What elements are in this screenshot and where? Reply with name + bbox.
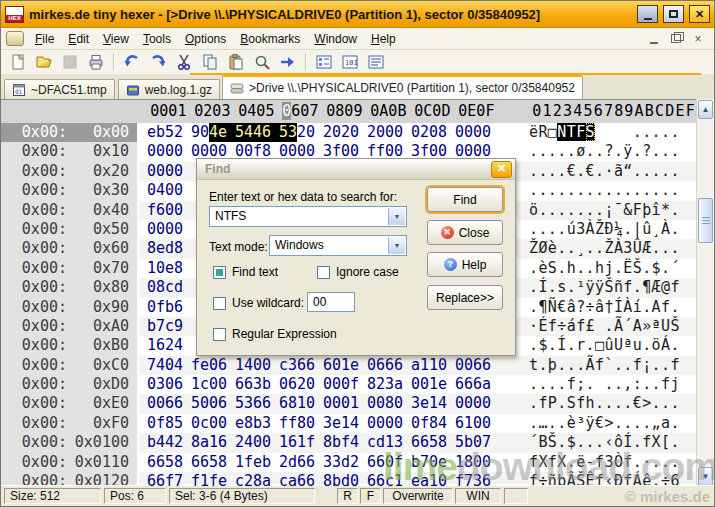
menu-item-options[interactable]: Options	[178, 30, 233, 48]
menu-item-edit[interactable]: Edit	[61, 30, 96, 48]
hex-group[interactable]: 0000	[147, 162, 184, 181]
hex-group[interactable]: 660f	[367, 453, 404, 472]
hex-group[interactable]: e8b3	[235, 414, 272, 433]
hex-group[interactable]: 0620	[279, 375, 316, 394]
hex-group[interactable]: 6658	[147, 453, 184, 472]
mdi-close-button[interactable]: ×	[690, 32, 706, 46]
ascii-text[interactable]: fXfX.ë-f3Òf.·...	[529, 453, 680, 472]
print-button[interactable]	[83, 51, 109, 73]
hex-group[interactable]: 5b07	[455, 433, 492, 452]
hex-group[interactable]: 2000	[367, 123, 404, 142]
menu-item-help[interactable]: Help	[364, 30, 403, 48]
hex-group[interactable]: 10e8	[147, 259, 184, 278]
goto-button[interactable]	[275, 51, 301, 73]
tab-2[interactable]: web.log.1.gz	[118, 79, 220, 99]
hex-row-0xE0[interactable]: 0x00:0xE00066500653666810000100803e14000…	[1, 394, 696, 413]
cut-button[interactable]	[171, 51, 197, 73]
hex-group[interactable]: 0000	[147, 220, 184, 239]
hex-group[interactable]: ea10	[411, 472, 448, 488]
hex-bytes[interactable]: 665866581feb2d6633d2660fb70e1800	[147, 453, 492, 472]
ascii-text[interactable]: ....f;. ..‚:..fj	[529, 375, 680, 394]
ascii-text[interactable]: .$.Í.r.□ûUªu.öÁ.	[529, 336, 680, 355]
text-mode-combobox[interactable]: Windows ▼	[269, 235, 407, 256]
ascii-text[interactable]: ö.......¡¯&Fþî*.	[529, 201, 680, 220]
find-dialog-close-icon[interactable]: ✕	[491, 161, 512, 178]
ascii-text[interactable]: .fP.Sfh....€>...	[529, 394, 680, 413]
hex-group[interactable]: 66f7	[147, 472, 184, 488]
ascii-text[interactable]: ................	[529, 181, 680, 200]
hex-group[interactable]: 823a	[367, 375, 404, 394]
hex-row-0x0110[interactable]: 0x00:0x0110665866581feb2d6633d2660fb70e1…	[1, 453, 696, 472]
view-text-button[interactable]	[363, 51, 389, 73]
hex-group[interactable]: 0c00	[191, 414, 228, 433]
hex-group[interactable]: a110	[411, 356, 448, 375]
hex-group[interactable]: 0066	[455, 356, 492, 375]
redo-button[interactable]	[145, 51, 171, 73]
hex-group[interactable]: 6658	[411, 433, 448, 452]
chevron-down-icon[interactable]: ▼	[388, 237, 405, 254]
hex-bytes[interactable]: 0f850c00e8b3ff803e1400000f846100	[147, 414, 492, 433]
hex-bytes[interactable]: 0066500653666810000100803e140000	[147, 394, 492, 413]
find-dialog-titlebar[interactable]: Find ✕	[197, 159, 515, 180]
hex-group[interactable]: eb52	[147, 123, 184, 142]
hex-bytes[interactable]: eb52904e544653202020200002080000	[147, 123, 492, 142]
scrollbar-thumb[interactable]	[698, 198, 713, 243]
replace-button[interactable]: Replace>>	[427, 285, 503, 310]
maximize-button[interactable]	[663, 5, 684, 23]
view-editor-button[interactable]	[311, 51, 337, 73]
hex-group[interactable]: 6810	[279, 394, 316, 413]
ascii-text[interactable]: ·Éf÷áf£ .Ã´A»ªUŠ	[529, 317, 680, 336]
new-file-button[interactable]	[5, 51, 31, 73]
hex-group[interactable]: 0fb6	[147, 298, 184, 317]
vertical-scrollbar[interactable]: ▲ ▼	[696, 99, 714, 487]
document-system-icon[interactable]	[6, 31, 24, 46]
copy-button[interactable]	[197, 51, 223, 73]
menu-item-bookmarks[interactable]: Bookmarks	[233, 30, 307, 48]
hex-group[interactable]: 0001	[323, 394, 360, 413]
hex-group[interactable]: 000f	[323, 375, 360, 394]
hex-group[interactable]: f600	[147, 201, 184, 220]
hex-group[interactable]: 08cd	[147, 278, 184, 297]
hex-group[interactable]: 0000	[147, 142, 184, 161]
hex-group[interactable]: 0208	[411, 123, 448, 142]
open-file-button[interactable]	[31, 51, 57, 73]
hex-group[interactable]: 663b	[235, 375, 272, 394]
hex-group[interactable]: 1624	[147, 336, 184, 355]
hex-group[interactable]: 6658	[191, 453, 228, 472]
menu-item-view[interactable]: View	[96, 30, 136, 48]
paste-button[interactable]	[223, 51, 249, 73]
hex-group[interactable]: 0400	[147, 181, 184, 200]
hex-group[interactable]: 5320	[279, 123, 316, 142]
mdi-minimize-button[interactable]	[646, 32, 662, 46]
hex-row-0xF0[interactable]: 0x00:0xF00f850c00e8b3ff803e1400000f84610…	[1, 414, 696, 433]
hex-group[interactable]: c28a	[235, 472, 272, 488]
ascii-text[interactable]: .èS.h..hj.ËŠ.$.´	[529, 259, 680, 278]
ascii-text[interactable]: t.þ...Ãf`..f¡..f	[529, 356, 680, 375]
ignore-case-checkbox[interactable]	[317, 266, 330, 279]
minimize-button[interactable]	[637, 5, 658, 23]
ascii-text[interactable]: ....ú3ÀŽÐ¼.|û¸À.	[529, 220, 680, 239]
save-file-button[interactable]	[57, 51, 83, 73]
wildcard-input[interactable]: 00	[307, 292, 355, 312]
use-wildcard-checkbox[interactable]	[213, 297, 226, 310]
find-button[interactable]	[249, 51, 275, 73]
hex-group[interactable]: b442	[147, 433, 184, 452]
hex-group[interactable]: cd13	[367, 433, 404, 452]
hex-group[interactable]: ca66	[279, 472, 316, 488]
scroll-down-arrow-icon[interactable]: ▼	[698, 467, 713, 486]
ascii-text[interactable]: .…..è³ÿ€>....„a.	[529, 414, 680, 433]
hex-group[interactable]: 33d2	[323, 453, 360, 472]
regex-checkbox[interactable]	[213, 328, 226, 341]
close-find-button[interactable]: ✕ Close	[427, 220, 503, 245]
hex-bytes[interactable]: 7404fe061400c366601e0666a1100066	[147, 356, 492, 375]
hex-group[interactable]: 0080	[367, 394, 404, 413]
menu-item-tools[interactable]: Tools	[136, 30, 178, 48]
hex-group[interactable]: 1feb	[235, 453, 272, 472]
undo-button[interactable]	[119, 51, 145, 73]
hex-group[interactable]: 161f	[279, 433, 316, 452]
ascii-text[interactable]: .¶Ñ€â?÷â†ÍÀí.Af.	[529, 298, 680, 317]
hex-group[interactable]: 8ed8	[147, 239, 184, 258]
menu-item-file[interactable]: File	[28, 30, 61, 48]
view-binary-button[interactable]: 101	[337, 51, 363, 73]
ascii-text[interactable]: ´BŠ.$...‹ôÍ.fX[.	[529, 433, 680, 452]
